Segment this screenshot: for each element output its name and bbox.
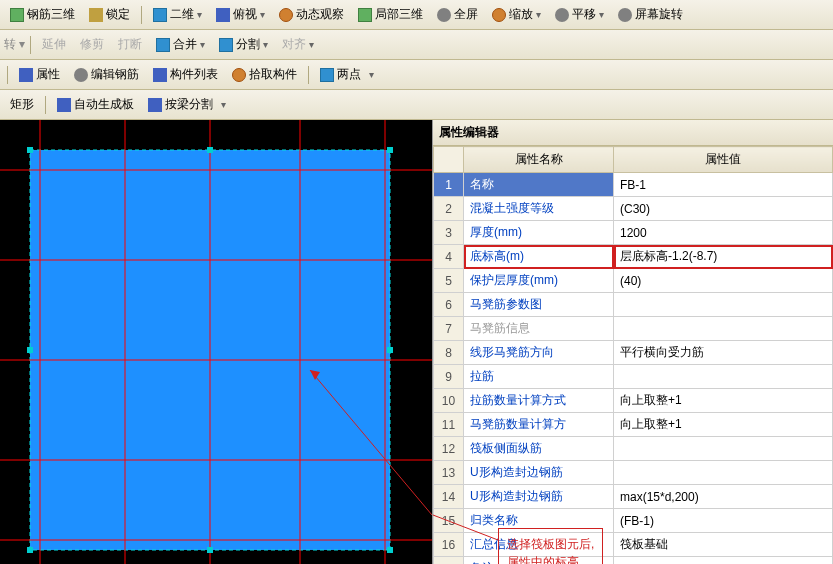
property-row[interactable]: 9拉筋 [434,365,833,389]
toolbar-draw: 矩形 自动生成板 按梁分割 ▾ [0,90,833,120]
property-value-cell[interactable]: 1200 [614,221,833,245]
toolbar-edit: 转 ▾ 延伸 修剪 打断 合并▾ 分割▾ 对齐▾ [0,30,833,60]
property-row[interactable]: 3厚度(mm)1200 [434,221,833,245]
fullscreen-icon [437,8,451,22]
view-2d-button[interactable]: 二维▾ [147,3,208,26]
property-name-cell[interactable]: 拉筋数量计算方式 [464,389,614,413]
property-row[interactable]: 2混凝土强度等级(C30) [434,197,833,221]
property-row[interactable]: 15归类名称(FB-1) [434,509,833,533]
property-name-cell[interactable]: 马凳筋参数图 [464,293,614,317]
dynamic-observe-button[interactable]: 动态观察 [273,3,350,26]
two-point-button[interactable]: 两点 [314,63,367,86]
property-row[interactable]: 13U形构造封边钢筋 [434,461,833,485]
property-name-cell[interactable]: 马凳筋信息 [464,317,614,341]
toolbar-component: 属性 编辑钢筋 构件列表 拾取构件 两点 ▾ [0,60,833,90]
property-value-cell[interactable]: 筏板基础 [614,533,833,557]
property-value-cell[interactable]: FB-1 [614,173,833,197]
separator [30,36,31,54]
property-row[interactable]: 10拉筋数量计算方式向上取整+1 [434,389,833,413]
property-name: 拉筋 [470,369,494,383]
property-name-cell[interactable]: 保护层厚度(mm) [464,269,614,293]
label: 二维 [170,6,194,23]
pan-button[interactable]: 平移▾ [549,3,610,26]
property-name-cell[interactable]: 筏板侧面纵筋 [464,437,614,461]
property-row[interactable]: 5保护层厚度(mm)(40) [434,269,833,293]
property-value-cell[interactable]: 向上取整+1 [614,389,833,413]
zoom-button[interactable]: 缩放▾ [486,3,547,26]
screen-rotate-button[interactable]: 屏幕旋转 [612,3,689,26]
drawing-viewport[interactable] [0,120,432,564]
property-row[interactable]: 6马凳筋参数图 [434,293,833,317]
property-name-cell[interactable]: 底标高(m) [464,245,614,269]
split-by-beam-button[interactable]: 按梁分割 [142,93,219,116]
rect-button[interactable]: 矩形 [4,93,40,116]
cube-icon [10,8,24,22]
property-name-cell[interactable]: 混凝土强度等级 [464,197,614,221]
local-3d-button[interactable]: 局部三维 [352,3,429,26]
row-index: 7 [434,317,464,341]
separator [7,66,8,84]
lock-button[interactable]: 锁定 [83,3,136,26]
property-panel: 属性编辑器 属性名称 属性值 1名称FB-12混凝土强度等级(C30)3厚度(m… [432,120,833,564]
edit-rebar-button[interactable]: 编辑钢筋 [68,63,145,86]
property-row[interactable]: 12筏板侧面纵筋 [434,437,833,461]
rotate-icon [618,8,632,22]
property-value-cell[interactable] [614,461,833,485]
property-value-cell[interactable]: 平行横向受力筋 [614,341,833,365]
rebar-3d-button[interactable]: 钢筋三维 [4,3,81,26]
property-value-cell[interactable] [614,293,833,317]
auto-gen-slab-button[interactable]: 自动生成板 [51,93,140,116]
property-row[interactable]: 7马凳筋信息 [434,317,833,341]
property-value-cell[interactable] [614,557,833,565]
property-row[interactable]: 11马凳筋数量计算方向上取整+1 [434,413,833,437]
property-row[interactable]: 14U形构造封边钢筋max(15*d,200) [434,485,833,509]
property-name-cell[interactable]: 马凳筋数量计算方 [464,413,614,437]
property-name-cell[interactable]: U形构造封边钢筋 [464,485,614,509]
svg-rect-14 [27,347,33,353]
property-name-cell[interactable]: 名称 [464,173,614,197]
row-index: 8 [434,341,464,365]
label: 两点 [337,66,361,83]
property-row[interactable]: 17备注 [434,557,833,565]
property-value-cell[interactable]: 向上取整+1 [614,413,833,437]
property-value-cell[interactable]: 层底标高-1.2(-8.7) [614,245,833,269]
row-index: 6 [434,293,464,317]
label: 延伸 [42,36,66,53]
chevron-down-icon: ▾ [260,9,265,20]
property-value-cell[interactable] [614,365,833,389]
property-name: 归类名称 [470,513,518,527]
property-value-cell[interactable]: (FB-1) [614,509,833,533]
property-value-cell[interactable]: (C30) [614,197,833,221]
overlook-button[interactable]: 俯视▾ [210,3,271,26]
property-row[interactable]: 1名称FB-1 [434,173,833,197]
label: 动态观察 [296,6,344,23]
property-row[interactable]: 4底标高(m)层底标高-1.2(-8.7) [434,245,833,269]
property-row[interactable]: 8线形马凳筋方向平行横向受力筋 [434,341,833,365]
property-value-cell[interactable]: (40) [614,269,833,293]
split-button[interactable]: 分割▾ [213,33,274,56]
property-name-cell[interactable]: U形构造封边钢筋 [464,461,614,485]
props-button[interactable]: 属性 [13,63,66,86]
property-value-cell[interactable] [614,437,833,461]
property-value-cell[interactable] [614,317,833,341]
fullscreen-button[interactable]: 全屏 [431,3,484,26]
chevron-down-icon: ▾ [197,9,202,20]
point-icon [320,68,334,82]
row-index: 5 [434,269,464,293]
pick-icon [232,68,246,82]
svg-rect-17 [207,547,213,553]
drawing-canvas [0,120,432,564]
property-value-cell[interactable]: max(15*d,200) [614,485,833,509]
property-row[interactable]: 16汇总信息筏板基础 [434,533,833,557]
merge-button[interactable]: 合并▾ [150,33,211,56]
label: 锁定 [106,6,130,23]
cube-icon [358,8,372,22]
merge-icon [156,38,170,52]
property-name-cell[interactable]: 拉筋 [464,365,614,389]
property-name-cell[interactable]: 线形马凳筋方向 [464,341,614,365]
component-list-button[interactable]: 构件列表 [147,63,224,86]
pick-component-button[interactable]: 拾取构件 [226,63,303,86]
label: 自动生成板 [74,96,134,113]
property-name-cell[interactable]: 厚度(mm) [464,221,614,245]
property-name: 名称 [470,177,494,191]
